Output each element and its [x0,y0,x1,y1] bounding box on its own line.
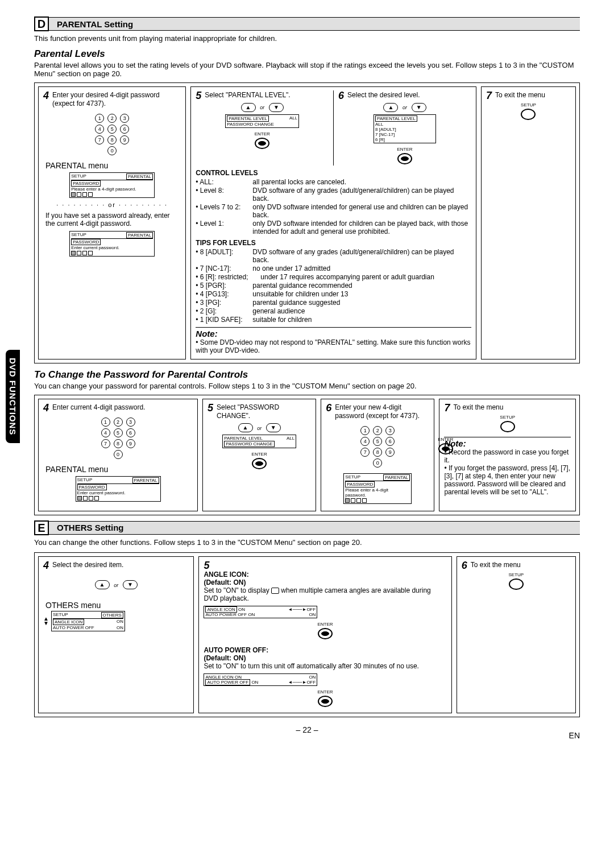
control-levels-block: CONTROL LEVELS ALL:all parental locks ar… [196,169,471,324]
osd-enter-current: Enter current password. [77,490,159,495]
osd-angle-icon-row: ANGLE ICON [53,619,84,625]
step-num: 4 [43,90,49,101]
or-label: or [403,105,407,110]
tip-label: 1 [KID SAFE]: [196,316,252,324]
osd-all: ALL [289,115,297,122]
note-body: Some DVD-video may not respond to "PAREN… [196,338,471,354]
step-text: To exit the menu [495,91,545,99]
down-arrow-icon: ▼ [269,103,284,112]
auto-power-heading: AUTO POWER OFF: [204,646,446,654]
osd-password: PASSWORD [345,481,375,487]
arrow-buttons: ▲ or ▼ [208,423,311,433]
section-d-title: PARENTAL Setting [57,19,133,29]
enter-button-group: ENTER [338,147,471,166]
tips-heading: TIPS FOR LEVELS [196,239,471,247]
osd-others-menu: SETUPOTHERS ANGLE ICONON AUTO POWER OFFO… [51,611,125,631]
arrow-buttons: ▲ or ▼ [338,102,471,112]
osd-auto-power-row: AUTO POWER OFF [53,625,94,630]
step-num: 5 [196,90,201,101]
or-label: or [260,105,264,110]
setup-button-group: SETUP [486,102,571,121]
angle-icon-body: Set to "ON" to display when multiple cam… [204,586,446,602]
step-num: 5 [208,403,213,413]
osd-on: ON [117,619,123,625]
osd-enter-4digit: Please enter a 4-digit password. [345,487,410,498]
tip-val: general audience [252,307,471,315]
tip-val: unsuitable for children under 13 [252,290,471,298]
enter-button-icon [318,628,333,639]
osd-level-8: 8 [ADULT] [375,127,434,132]
section-e-intro: You can change the other functions. Foll… [34,538,580,547]
osd-parental-change: PARENTAL LEVELALL PASSWORD CHANGE [222,435,296,448]
osd-changepw-new: SETUPPARENTAL PASSWORD Please enter a 4-… [343,473,412,504]
enter-button-group: ENTER [208,452,311,470]
section-e-title: OTHERS Setting [57,523,124,532]
step-7-changepw: 7 To exit the menu SETUP Note: Record th… [439,399,576,511]
osd-all: ALL [287,436,294,441]
osd-level-list: PARENTAL LEVEL ALL 8 [ADULT] 7 [NC-17] 6… [374,114,436,143]
osd-parental-level-label: PARENTAL LEVEL [227,115,269,122]
osd-on: ON [117,625,123,630]
step-text: Select "PARENTAL LEVEL". [205,91,290,99]
osd-password: PASSWORD [71,239,101,245]
change-password-body: You can change your password for parenta… [34,382,580,390]
number-keypad-icon: 123 456 789 0 [43,113,181,155]
section-e-header: E OTHERS Setting [34,521,580,535]
step-text: Enter current 4-digit password. [52,403,145,411]
enter-button-group: ENTER [204,622,446,640]
down-arrow-icon: ▼ [266,423,281,432]
setup-button-icon [500,421,515,432]
step-text: Select the desired level. [347,91,420,99]
osd-setup: SETUP [71,232,86,238]
arrow-buttons: ▲ or ▼ [43,580,189,590]
step-text: Enter your desired 4-digit password (exp… [52,91,160,108]
osd-parental-level: PARENTAL LEVELALL PASSWORD CHANGE [225,114,299,128]
osd-password: PASSWORD [77,484,107,490]
osd-on: ON [238,607,245,612]
parental-menu-label: PARENTAL menu [45,465,193,474]
note-item: If you forget the password, press [4], [… [444,464,571,496]
osd-setup: SETUP [345,474,360,481]
tip-val: under 17 requires accompanying parent or… [260,273,471,281]
osd-password-change: PASSWORD CHANGE [227,122,297,127]
cl-val: all parental locks are canceled. [252,178,471,186]
tip-label: 5 [PGR]: [196,282,252,290]
enter-label: ENTER [204,689,446,695]
down-arrow-icon: ▼ [412,103,426,112]
setup-button-icon [509,578,524,590]
osd-on: ON [248,612,255,617]
up-arrow-icon: ▲ [95,580,110,589]
tip-val: parental guidance recommended [252,282,471,290]
enter-button-group: ENTER [196,131,329,150]
osd-parental: PARENTAL [126,232,153,238]
osd-level-6: 6 [R] [375,137,434,142]
osd-parental-level-label: PARENTAL LEVEL [224,436,263,441]
changepw-note: Note: Record the password in case you fo… [444,437,571,496]
tip-label: 7 [NC-17]: [196,264,252,272]
angle-body-1: Set to "ON" to display [204,586,271,594]
step-num: 4 [43,560,49,571]
tip-val: no one under 17 admitted [252,264,471,272]
change-password-heading: To Change the Password for Parental Cont… [34,369,580,381]
step-text: Select "PASSWORD CHANGE". [217,403,279,420]
others-menu-label: OTHERS menu [45,601,189,610]
number-keypad-icon: 123 456 789 0 [43,417,193,459]
osd-angle-toggle: ANGLE ICON ON◄───►OFF AUTO POWER OFF ONO… [204,606,317,618]
step-text: Enter your new 4-digit password (except … [335,403,420,420]
angle-icon-heading: ANGLE ICON: [204,571,446,578]
osd-setup: SETUP [71,173,86,180]
cl-val: only DVD software intended for children … [252,220,471,235]
osd-parental-enter-password: SETUPPARENTAL PASSWORD Please enter a 4-… [69,172,155,198]
enter-button-group: ENTER [204,689,446,708]
step-num: 7 [486,90,492,101]
osd-parental: PARENTAL [383,474,410,481]
control-levels-heading: CONTROL LEVELS [196,169,471,177]
enter-label: ENTER [208,452,311,457]
tip-label: 3 [PG]: [196,299,252,307]
osd-off: OFF [306,680,316,685]
cl-val: DVD software of any grades (adult/genera… [252,187,471,202]
parental-menu-label: PARENTAL menu [45,161,181,170]
step-4-parental: 4 Enter your desired 4-digit password (e… [38,86,186,359]
tip-val: suitable for children [252,316,471,324]
osd-password-change: PASSWORD CHANGE [224,441,275,447]
